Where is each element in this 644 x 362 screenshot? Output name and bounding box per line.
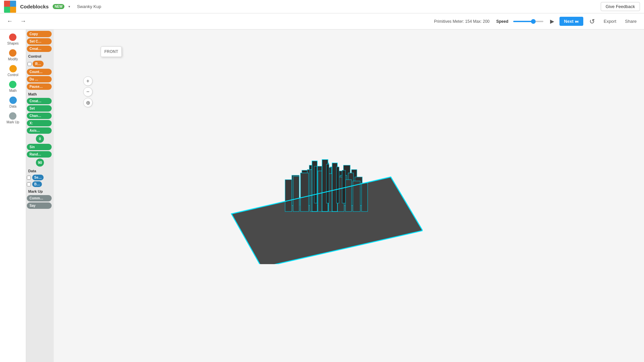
math-section-label: Math (27, 91, 53, 97)
svg-rect-20 (301, 173, 309, 212)
svg-rect-25 (345, 180, 352, 212)
svg-rect-27 (362, 183, 368, 212)
s-check[interactable] (27, 176, 31, 180)
new-dropdown-arrow[interactable]: ▾ (68, 5, 70, 8)
block-set[interactable]: Set (27, 105, 52, 112)
block-creat-shape[interactable]: Creat… (27, 46, 52, 52)
block-do[interactable]: Do … (27, 76, 52, 82)
shapes-label: Shapes (7, 42, 19, 45)
block-pause[interactable]: Pause… (27, 83, 52, 90)
control-section-label: Control (27, 53, 53, 59)
block-change[interactable]: Chan… (27, 113, 52, 119)
sidebar-item-modify[interactable]: Modify (7, 48, 18, 62)
math-icon (9, 81, 16, 88)
cityscape-svg (188, 90, 423, 264)
b-check[interactable] (27, 182, 31, 186)
export-button[interactable]: Export (601, 17, 619, 25)
block-ninety[interactable]: 90 (36, 159, 44, 167)
data-label: Data (9, 105, 16, 108)
main-area: Shapes Modify Control Math Data Mark Up … (0, 29, 644, 362)
block-r[interactable]: R… (33, 61, 44, 67)
sidebar-item-data[interactable]: Data (9, 95, 17, 110)
sidebar-item-markup[interactable]: Mark Up (6, 111, 20, 125)
forward-button[interactable]: → (18, 16, 28, 26)
markup-section-label: Mark Up (27, 188, 53, 194)
reset-button[interactable]: ↺ (587, 16, 598, 27)
block-b[interactable]: B… (32, 181, 42, 187)
project-name: Swanky Kup (77, 4, 101, 9)
app-name: Codeblocks (20, 4, 49, 9)
share-button[interactable]: Share (622, 17, 639, 25)
back-button[interactable]: ← (5, 16, 15, 26)
block-b-checkbox[interactable]: B… (27, 181, 53, 187)
speed-label: Speed (496, 19, 508, 24)
block-rand[interactable]: Rand… (27, 151, 52, 158)
data-icon (9, 97, 17, 104)
block-creat-math[interactable]: Creat… (27, 98, 52, 104)
block-zero[interactable]: 0 (36, 135, 44, 143)
new-badge: NEW (53, 4, 64, 9)
svg-rect-32 (326, 164, 329, 203)
shapes-icon (9, 34, 16, 41)
svg-rect-31 (314, 166, 317, 203)
next-icon: ⏭ (575, 19, 579, 23)
svg-rect-19 (293, 176, 299, 212)
block-sin[interactable]: Sin (27, 144, 52, 150)
block-s-checkbox[interactable]: Se… (27, 175, 53, 180)
r-checkbox[interactable] (28, 62, 32, 66)
block-s[interactable]: Se… (32, 175, 44, 180)
markup-label: Mark Up (7, 120, 19, 124)
modify-icon (9, 49, 16, 57)
3d-scene[interactable] (188, 90, 423, 264)
markup-icon (9, 112, 16, 120)
sidebar-item-control[interactable]: Control (7, 64, 19, 78)
play-button[interactable]: ▶ (548, 17, 556, 26)
toolbar: ← → Primitives Meter: 154 Max: 200 Speed… (0, 13, 644, 29)
canvas-area[interactable]: FRONT + − ⊕ (54, 29, 644, 362)
block-count[interactable]: Count… (27, 69, 52, 75)
block-palette: Copy Set C… Creat… Control R… Count… Do … (26, 29, 54, 362)
next-button[interactable]: Next ⏭ (559, 17, 583, 26)
sidebar-item-math[interactable]: Math (8, 79, 17, 94)
block-setc[interactable]: Set C… (27, 38, 52, 45)
front-label-card: FRONT (101, 46, 122, 57)
svg-rect-18 (285, 180, 292, 212)
control-icon (9, 65, 17, 72)
control-label: Control (7, 73, 18, 77)
modify-label: Modify (8, 57, 18, 61)
block-x[interactable]: X: (27, 120, 52, 126)
app-logo (4, 1, 16, 13)
give-feedback-button[interactable]: Give Feedback (601, 2, 640, 11)
svg-rect-33 (336, 167, 339, 203)
next-label: Next (564, 19, 574, 24)
block-copy[interactable]: Copy (27, 31, 52, 37)
rotate-view-button[interactable]: ⊕ (83, 98, 93, 107)
math-label: Math (9, 89, 16, 93)
zoom-in-button[interactable]: + (83, 76, 93, 86)
sidebar-item-shapes[interactable]: Shapes (7, 32, 19, 47)
sidebar: Shapes Modify Control Math Data Mark Up (0, 29, 26, 362)
primitives-meter: Primitives Meter: 154 Max: 200 (434, 19, 489, 24)
speed-slider[interactable] (513, 21, 543, 22)
zoom-controls: + − ⊕ (83, 76, 93, 107)
data-section-label: Data (27, 168, 53, 174)
block-comment[interactable]: Comm… (27, 195, 52, 201)
svg-rect-34 (342, 170, 345, 203)
topbar: Codeblocks NEW ▾ Swanky Kup Give Feedbac… (0, 0, 644, 13)
block-say[interactable]: Say (27, 202, 52, 209)
zoom-out-button[interactable]: − (83, 87, 93, 97)
block-axis[interactable]: Axis… (27, 127, 52, 134)
